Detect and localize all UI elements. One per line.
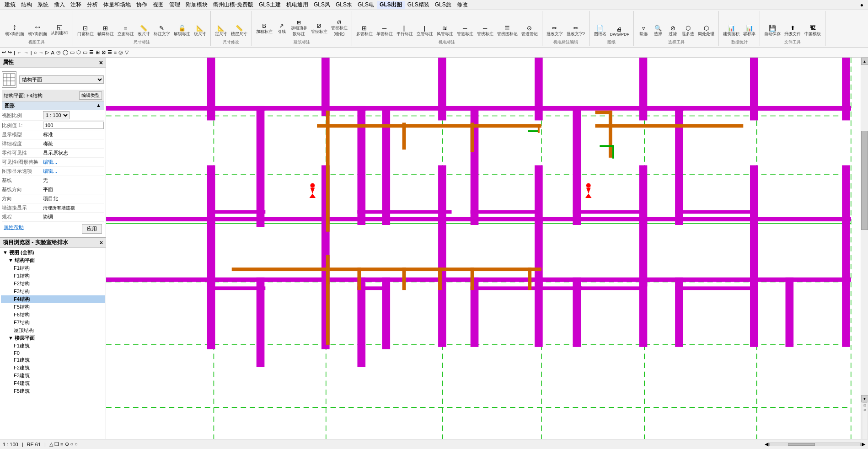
scale-value-input[interactable] xyxy=(43,122,104,129)
cmd-circle[interactable]: ○ xyxy=(34,50,37,55)
menu-item-gls风[interactable]: GLS风 xyxy=(311,1,333,9)
edit-type-button[interactable]: 编辑类型 xyxy=(79,91,102,100)
btn-平行标注[interactable]: ∥平行标注 xyxy=(395,24,414,38)
hscroll-right[interactable]: ▶ xyxy=(862,441,865,447)
cmd-clock[interactable]: ◷ xyxy=(56,49,61,55)
btn-板尺寸[interactable]: 📐板尺寸 xyxy=(193,24,208,38)
scroll-up-button[interactable]: ▲ xyxy=(861,58,868,65)
btn-立面标注[interactable]: ≡立面标注 xyxy=(116,24,135,38)
btn-管道标注[interactable]: ─管道标注 xyxy=(455,24,475,38)
tree-item-F1结构[interactable]: F1结构 xyxy=(1,272,105,280)
cmd-back[interactable]: ← xyxy=(17,50,22,55)
tree-item-楼层平面[interactable]: ▼ 楼层平面 xyxy=(1,334,105,342)
menu-item-gls旅[interactable]: GLS旅 xyxy=(432,1,454,9)
cmd-down[interactable]: ▽ xyxy=(125,49,129,55)
cmd-grid2[interactable]: ⊞ xyxy=(96,49,100,55)
cmd-arrow[interactable]: → xyxy=(38,50,43,55)
tree-item-结构平面[interactable]: ▼ 结构平面 xyxy=(1,257,105,264)
tree-item-F3建筑[interactable]: F3建筑 xyxy=(1,372,105,380)
btn-轴网标注[interactable]: ⊞轴网标注 xyxy=(96,24,115,38)
cmd-rect[interactable]: ▭ xyxy=(70,49,75,55)
view-scale-select[interactable]: 1 : 100 xyxy=(43,111,70,119)
btn-立管标注[interactable]: |立管标注 xyxy=(415,24,434,38)
menu-item-gls水[interactable]: GLS水 xyxy=(333,1,355,9)
btn-朝Y向剖面[interactable]: ↔朝Y向剖面 xyxy=(27,21,48,38)
btn-风管标注[interactable]: ≋风管标注 xyxy=(435,24,455,38)
menu-item-gls土建[interactable]: GLS土建 xyxy=(256,1,284,9)
btn-标注文字[interactable]: ✎标注文字 xyxy=(152,24,171,38)
menu-item-管理[interactable]: 管理 xyxy=(166,1,183,9)
menu-item-建筑[interactable]: 建筑 xyxy=(2,1,18,9)
cmd-fwd[interactable]: → xyxy=(24,50,29,55)
cmd-ellipse[interactable]: ◯ xyxy=(63,49,68,55)
hscroll-left[interactable]: ◀ xyxy=(765,441,768,447)
btn-dwg-pdf[interactable]: 🖨DWG/PDF xyxy=(609,24,631,38)
btn-管线图标记[interactable]: ☰管线图标记 xyxy=(496,24,519,38)
btn-容积率[interactable]: 📊容积率 xyxy=(742,24,757,38)
menu-item-分析[interactable]: 分析 xyxy=(84,1,101,9)
canvas-area[interactable] xyxy=(106,58,861,439)
btn-朝X向剖面[interactable]: ↕朝X向剖面 xyxy=(4,21,26,38)
btn-加粗顶参数标注[interactable]: ⊞加粗顶参数标注 xyxy=(289,19,309,38)
tree-item-F7结构[interactable]: F7结构 xyxy=(1,319,105,326)
menu-item-衢州山模[interactable]: 衢州山模-免费版 xyxy=(210,1,256,9)
btn-建筑面积[interactable]: 📊建筑面积 xyxy=(722,24,741,38)
cmd-A[interactable]: A xyxy=(51,50,54,55)
btn-自动保存[interactable]: 💾自动保存 xyxy=(763,24,782,38)
menu-item-插入[interactable]: 插入 xyxy=(51,1,68,9)
btn-从剖建3D[interactable]: ◱从剖建3D xyxy=(49,21,70,38)
cmd-lines[interactable]: ☰ xyxy=(107,49,112,55)
menu-item-gls精装[interactable]: GLS精装 xyxy=(405,1,432,9)
menu-item-协作[interactable]: 协作 xyxy=(134,1,150,9)
cmd-lines2[interactable]: ≡ xyxy=(114,50,117,55)
hscroll-thumb[interactable] xyxy=(788,443,815,446)
menu-item-结构[interactable]: 结构 xyxy=(18,1,35,9)
menu-item-系统[interactable]: 系统 xyxy=(35,1,51,9)
props-close-button[interactable]: × xyxy=(99,59,103,66)
menu-item-体量和场地[interactable]: 体量和场地 xyxy=(101,1,134,9)
tree-item-视图_(全部)[interactable]: ▼ 视图 (全部) xyxy=(1,249,105,257)
btn-管径标注[interactable]: Ø管径标注 xyxy=(310,19,329,38)
scroll-down-button[interactable]: ▼ xyxy=(861,395,868,402)
menu-item-注释[interactable]: 注释 xyxy=(68,1,84,9)
scroll-thumb[interactable] xyxy=(861,131,868,230)
view-cube[interactable]: ⊡ ⊕ xyxy=(863,402,867,439)
vis-replace-link[interactable]: 编辑... xyxy=(43,159,104,166)
btn-批改文字2[interactable]: ✏批改文字2 xyxy=(565,24,587,38)
scroll-track[interactable] xyxy=(861,65,868,395)
btn-过滤[interactable]: ⊘过滤 xyxy=(666,24,680,38)
cmd-hex[interactable]: ⬡ xyxy=(76,49,81,55)
btn-门窗标注[interactable]: ⊡门窗标注 xyxy=(76,24,95,38)
btn-管道管记[interactable]: ⊙管道管记 xyxy=(520,24,539,38)
view-type-select[interactable]: 结构平面 xyxy=(19,75,104,84)
btn-逗多选[interactable]: ⬡逗多选 xyxy=(680,24,696,38)
menu-item-修改[interactable]: 修改 xyxy=(454,1,471,9)
btn-升级文件[interactable]: ⬆升级文件 xyxy=(783,24,802,38)
menu-item-gls出图[interactable]: GLS出图 xyxy=(377,1,405,9)
tree-item-F1结构[interactable]: F1结构 xyxy=(1,264,105,272)
btn-选择[interactable]: 🔍选择 xyxy=(651,24,665,38)
cmd-cross[interactable]: ⊠ xyxy=(102,49,106,55)
tree-item-F1建筑[interactable]: F1建筑 xyxy=(1,356,105,364)
btn-定尺寸[interactable]: 📐定尺寸 xyxy=(214,24,229,38)
tree-item-F2结构[interactable]: F2结构 xyxy=(1,280,105,288)
btn-单管标注[interactable]: ─单管标注 xyxy=(375,24,394,38)
cmd-target[interactable]: ◎ xyxy=(118,49,123,55)
props-section-graphics[interactable]: 图形 ▲ xyxy=(2,102,104,110)
hscroll-track[interactable] xyxy=(769,443,861,446)
tree-item-屋顶结构[interactable]: 屋顶结构 xyxy=(1,326,105,334)
cmd-redo[interactable]: ↪ xyxy=(8,49,12,55)
prop-help-link[interactable]: 属性帮助 xyxy=(4,224,24,234)
cmd-triangle[interactable]: ▷ xyxy=(45,49,49,55)
btn-筛选[interactable]: ▿筛选 xyxy=(637,24,650,38)
btn-中国模板[interactable]: 🏗中国模板 xyxy=(803,24,822,38)
tree-item-F5结构[interactable]: F5结构 xyxy=(1,303,105,311)
cmd-undo[interactable]: ↩ xyxy=(2,49,6,55)
btn-多管标注[interactable]: ⊞多管标注 xyxy=(355,24,374,38)
btn-批改文字[interactable]: ✏批改文字 xyxy=(545,24,564,38)
btn-管径标注物化[interactable]: Ø管径标注(物化) xyxy=(330,19,349,38)
btn-图纸名[interactable]: 📄图纸名 xyxy=(593,24,608,38)
tree-item-F3结构[interactable]: F3结构 xyxy=(1,288,105,295)
btn-解锁标注[interactable]: 🔓解锁标注 xyxy=(172,24,192,38)
cmd-grid[interactable]: ☰ xyxy=(89,49,94,55)
